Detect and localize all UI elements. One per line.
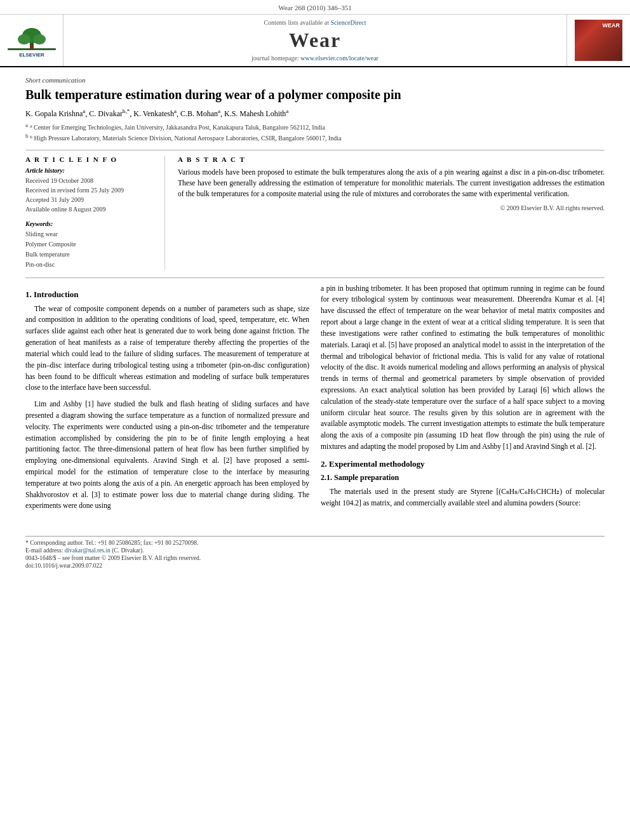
sciencedirect-link[interactable]: ScienceDirect	[330, 19, 366, 26]
elsevier-logo-area: ELSEVIER	[0, 15, 64, 66]
article-type: Short communication	[25, 76, 605, 84]
cover-image-area: WEAR	[566, 15, 630, 66]
affiliation-b: b ᵇ High Pressure Laboratory, Materials …	[25, 132, 605, 143]
article-info-title: A R T I C L E I N F O	[25, 156, 155, 163]
footer-email-line: E-mail address: divakar@nal.res.in (C. D…	[25, 547, 605, 554]
affiliations: a ᵃ Center for Emerging Technologies, Ja…	[25, 121, 605, 143]
history-label: Article history:	[25, 167, 155, 174]
divider-bottom	[25, 277, 605, 278]
section1-para2: Lim and Ashby [1] have studied the bulk …	[25, 399, 309, 512]
article-info-panel: A R T I C L E I N F O Article history: R…	[25, 156, 165, 270]
left-column: 1. Introduction The wear of composite co…	[25, 283, 309, 517]
info-abstract-section: A R T I C L E I N F O Article history: R…	[25, 156, 605, 270]
right-column: a pin in bushing tribometer. It has been…	[321, 283, 605, 517]
svg-point-3	[18, 34, 30, 44]
footer-doi: doi:10.1016/j.wear.2009.07.022	[25, 563, 605, 569]
footer-issn: 0043-1648/$ – see front matter © 2009 El…	[25, 555, 605, 561]
section1-right-para1: a pin in bushing tribometer. It has been…	[321, 283, 605, 453]
section2-subheading: 2.1. Sample preparation	[321, 473, 605, 483]
abstract-text: Various models have been proposed to est…	[178, 167, 605, 200]
keywords-section: Keywords: Sliding wear Polymer Composite…	[25, 220, 155, 270]
authors-line: K. Gopala Krishnaa, C. Divakarb,*, K. Ve…	[25, 108, 605, 119]
journal-header: ELSEVIER Contents lists available at Sci…	[0, 15, 630, 67]
section1-heading: 1. Introduction	[25, 290, 309, 300]
page: Wear 268 (2010) 346–351 ELSEVIER Content…	[0, 0, 630, 840]
keyword-4: Pin-on-disc	[25, 260, 155, 270]
section1-para1: The wear of composite component depends …	[25, 303, 309, 394]
journal-name: Wear	[289, 29, 342, 52]
cover-title: WEAR	[603, 22, 620, 29]
keyword-2: Polymer Composite	[25, 239, 155, 250]
section2-para1: The materials used in the present study …	[321, 486, 605, 509]
history-revised: Received in revised form 25 July 2009	[25, 185, 155, 195]
history-accepted: Accepted 31 July 2009	[25, 195, 155, 204]
footer-email-link[interactable]: divakar@nal.res.in	[65, 547, 111, 554]
citation-text: Wear 268 (2010) 346–351	[278, 4, 352, 11]
svg-point-4	[33, 34, 46, 44]
footer-corresponding: * Corresponding author. Tel.: +91 80 250…	[25, 540, 605, 546]
body-columns: 1. Introduction The wear of composite co…	[25, 283, 605, 517]
keyword-1: Sliding wear	[25, 229, 155, 239]
footer-notes: * Corresponding author. Tel.: +91 80 250…	[25, 536, 605, 569]
journal-title-area: Contents lists available at ScienceDirec…	[64, 15, 566, 66]
abstract-title: A B S T R A C T	[178, 156, 605, 163]
history-online: Available online 8 August 2009	[25, 204, 155, 214]
affiliation-a: a ᵃ Center for Emerging Technologies, Ja…	[25, 121, 605, 132]
abstract-panel: A B S T R A C T Various models have been…	[178, 156, 605, 270]
paper-title: Bulk temperature estimation during wear …	[25, 86, 605, 103]
contents-available: Contents lists available at ScienceDirec…	[264, 19, 366, 26]
homepage-url[interactable]: www.elsevier.com/locate/wear	[300, 55, 379, 62]
divider-top	[25, 150, 605, 150]
history-received: Received 19 October 2008	[25, 176, 155, 185]
section2-heading: 2. Experimental methodology	[321, 459, 605, 469]
elsevier-logo-icon: ELSEVIER	[6, 22, 57, 60]
copyright-line: © 2009 Elsevier B.V. All rights reserved…	[178, 204, 605, 211]
homepage-line: journal homepage: www.elsevier.com/locat…	[251, 55, 379, 62]
keyword-3: Bulk temperature	[25, 250, 155, 260]
content-area: Short communication Bulk temperature est…	[0, 67, 630, 583]
keywords-label: Keywords:	[25, 220, 155, 227]
journal-citation: Wear 268 (2010) 346–351	[0, 0, 630, 15]
journal-cover: WEAR	[575, 20, 622, 61]
svg-text:ELSEVIER: ELSEVIER	[19, 52, 44, 58]
